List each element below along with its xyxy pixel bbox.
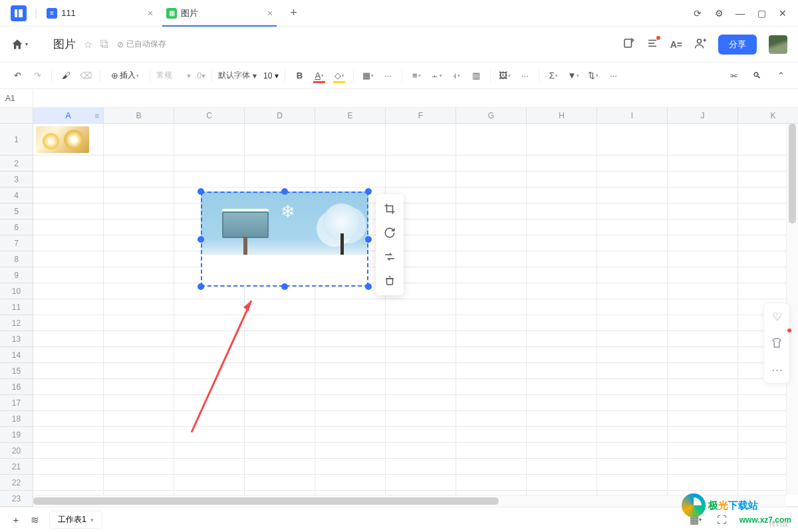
cell[interactable] <box>597 299 668 315</box>
cell[interactable] <box>597 411 668 427</box>
cell[interactable] <box>104 315 174 331</box>
align-h-button[interactable]: ≡▾ <box>407 66 426 85</box>
cell[interactable] <box>527 331 597 347</box>
cell[interactable] <box>527 156 597 172</box>
cell[interactable] <box>315 475 386 491</box>
format-icon[interactable]: A= <box>670 39 682 50</box>
wrap-button[interactable]: ⫞▾ <box>447 66 466 85</box>
cell[interactable] <box>245 379 315 395</box>
cell[interactable] <box>245 331 315 347</box>
cell[interactable] <box>668 363 738 379</box>
cell[interactable] <box>456 203 527 219</box>
cell[interactable] <box>597 124 668 156</box>
cell[interactable] <box>597 219 668 235</box>
cell[interactable] <box>386 363 456 379</box>
column-header-I[interactable]: I <box>597 108 668 124</box>
shirt-icon[interactable] <box>764 330 789 356</box>
row-header-3[interactable]: 3 <box>0 172 33 188</box>
cell[interactable] <box>386 172 456 188</box>
cell[interactable] <box>456 156 527 172</box>
cell[interactable] <box>174 411 245 427</box>
cell[interactable] <box>245 459 315 475</box>
cell[interactable] <box>315 347 386 363</box>
cell[interactable] <box>245 363 315 379</box>
resize-handle-mr[interactable] <box>365 236 372 243</box>
horizontal-scrollbar[interactable] <box>33 495 786 507</box>
cell[interactable] <box>315 299 386 315</box>
cell[interactable] <box>174 395 245 411</box>
cell[interactable] <box>245 411 315 427</box>
cell[interactable] <box>33 267 104 283</box>
cell[interactable] <box>597 283 668 299</box>
cell[interactable] <box>668 156 738 172</box>
move-icon[interactable]: ⿻ <box>100 39 109 49</box>
cell[interactable] <box>104 427 174 443</box>
cell[interactable] <box>33 363 104 379</box>
filter-button[interactable]: ▼▾ <box>564 66 583 85</box>
cell[interactable] <box>527 188 597 203</box>
number-format-select[interactable]: 常规▾ <box>155 70 192 81</box>
cell[interactable] <box>668 219 738 235</box>
row-header-21[interactable]: 21 <box>0 459 33 475</box>
cell[interactable] <box>33 251 104 267</box>
cell[interactable] <box>174 315 245 331</box>
cell[interactable] <box>315 443 386 459</box>
cell[interactable] <box>597 315 668 331</box>
delete-icon[interactable] <box>376 269 404 293</box>
cell[interactable] <box>668 267 738 283</box>
cell[interactable] <box>527 283 597 299</box>
more-icon[interactable]: ⋯ <box>764 356 789 383</box>
formula-button[interactable]: Σ▾ <box>544 66 563 85</box>
cell[interactable] <box>597 267 668 283</box>
decimal-button[interactable]: .0▾ <box>194 71 207 80</box>
cell[interactable] <box>174 172 245 188</box>
cell[interactable] <box>104 379 174 395</box>
cell[interactable] <box>597 395 668 411</box>
cell[interactable] <box>597 427 668 443</box>
row-header-10[interactable]: 10 <box>0 283 33 299</box>
cell[interactable] <box>668 443 738 459</box>
cell[interactable] <box>104 299 174 315</box>
fullscreen-icon[interactable]: ⛶ <box>713 511 732 529</box>
column-header-G[interactable]: G <box>456 108 527 124</box>
cell[interactable] <box>104 475 174 491</box>
cell[interactable] <box>315 379 386 395</box>
cell[interactable] <box>668 251 738 267</box>
row-header-23[interactable]: 23 <box>0 491 33 507</box>
column-header-F[interactable]: F <box>386 108 456 124</box>
cell[interactable] <box>174 299 245 315</box>
close-button[interactable]: ✕ <box>773 3 793 23</box>
cell[interactable] <box>174 443 245 459</box>
row-header-17[interactable]: 17 <box>0 395 33 411</box>
cell[interactable] <box>33 331 104 347</box>
cell[interactable] <box>33 156 104 172</box>
column-header-J[interactable]: J <box>668 108 738 124</box>
cell[interactable] <box>33 315 104 331</box>
cell[interactable] <box>668 379 738 395</box>
cell[interactable] <box>33 459 104 475</box>
cell[interactable] <box>668 172 738 188</box>
cell[interactable] <box>386 299 456 315</box>
cell[interactable] <box>33 235 104 251</box>
cell[interactable] <box>597 363 668 379</box>
row-header-1[interactable]: 1 <box>0 124 33 156</box>
cell[interactable] <box>104 124 174 156</box>
cell[interactable] <box>597 235 668 251</box>
cell[interactable] <box>527 124 597 156</box>
clear-format-button[interactable]: ⌫ <box>76 66 95 85</box>
row-header-5[interactable]: 5 <box>0 203 33 219</box>
cell[interactable] <box>527 363 597 379</box>
cell[interactable] <box>527 411 597 427</box>
row-header-12[interactable]: 12 <box>0 315 33 331</box>
add-user-icon[interactable] <box>694 37 706 52</box>
row-header-14[interactable]: 14 <box>0 347 33 363</box>
resize-handle-tm[interactable] <box>281 188 288 195</box>
cell[interactable] <box>33 299 104 315</box>
cell[interactable] <box>245 172 315 188</box>
cell-reference[interactable]: A1 <box>0 89 33 107</box>
doc-title[interactable]: 图片 <box>53 37 76 52</box>
cell[interactable] <box>104 459 174 475</box>
cell[interactable] <box>456 124 527 156</box>
close-icon[interactable]: × <box>148 8 153 19</box>
resize-handle-br[interactable] <box>365 283 372 290</box>
